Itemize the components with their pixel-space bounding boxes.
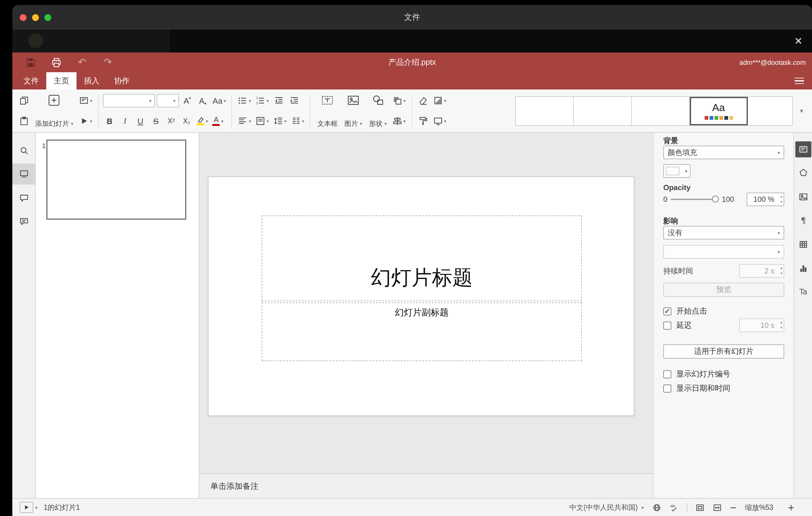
horizontal-align-button[interactable] xyxy=(236,113,252,129)
font-size-select[interactable] xyxy=(156,94,179,107)
chevron-down-icon[interactable] xyxy=(642,505,644,510)
vertical-align-button[interactable] xyxy=(254,113,270,129)
apply-to-all-slides-button[interactable]: 适用于所有幻灯片 xyxy=(663,344,784,359)
spinner-icons[interactable] xyxy=(780,320,782,331)
clear-style-button[interactable] xyxy=(416,93,430,109)
align-shape-button[interactable] xyxy=(391,113,407,129)
numbered-list-button[interactable]: 12 xyxy=(254,93,270,109)
line-spacing-button[interactable] xyxy=(272,113,288,129)
text-art-settings-icon[interactable]: Ta xyxy=(795,284,811,300)
theme-gallery-expand-icon[interactable] xyxy=(795,96,807,125)
copy-button[interactable] xyxy=(17,93,31,109)
italic-button[interactable]: I xyxy=(118,113,132,129)
strikethrough-button[interactable]: S xyxy=(149,113,163,129)
preview-button[interactable]: 预览 xyxy=(663,283,784,297)
zoom-window-button[interactable] xyxy=(45,14,51,21)
slides-panel-icon[interactable] xyxy=(12,164,35,184)
show-slide-number-row[interactable]: 显示幻灯片编号 xyxy=(663,369,730,379)
slide-editing-area[interactable]: 幻灯片标题 幻灯片副标题 xyxy=(208,176,634,416)
insert-textbox-button[interactable]: 文本框 xyxy=(315,92,340,130)
image-settings-icon[interactable] xyxy=(795,189,811,205)
checkbox-checked-icon[interactable] xyxy=(663,307,671,315)
fit-slide-icon[interactable] xyxy=(695,503,704,512)
chevron-down-icon xyxy=(71,121,74,126)
theme-option-selected[interactable]: Aa xyxy=(690,96,748,125)
comments-icon[interactable] xyxy=(13,189,34,207)
minimize-window-button[interactable] xyxy=(32,14,39,21)
start-on-click-row[interactable]: 开始点击 xyxy=(663,306,707,316)
shape-settings-icon[interactable] xyxy=(795,165,811,181)
start-slideshow-button[interactable] xyxy=(78,113,94,129)
close-icon[interactable] xyxy=(790,33,807,49)
highlight-color-button[interactable] xyxy=(195,113,209,129)
font-name-select[interactable] xyxy=(103,94,154,107)
font-color-button[interactable]: A xyxy=(211,113,225,129)
fill-color-swatch[interactable] xyxy=(663,164,691,178)
copy-style-button[interactable] xyxy=(416,113,430,129)
close-window-button[interactable] xyxy=(20,14,27,21)
slide-subtitle-placeholder[interactable]: 幻灯片副标题 xyxy=(262,303,582,361)
zoom-in-button[interactable]: + xyxy=(788,503,795,512)
tab-collaboration[interactable]: 协作 xyxy=(107,72,137,89)
arrange-shape-button[interactable] xyxy=(391,93,407,109)
delay-row[interactable]: 延迟 xyxy=(663,320,692,330)
theme-option[interactable] xyxy=(516,96,574,125)
subscript-button[interactable]: X₂ xyxy=(180,113,194,129)
spinner-icons[interactable] xyxy=(780,194,782,205)
paste-button[interactable] xyxy=(17,113,31,129)
change-case-button[interactable]: Aa xyxy=(211,93,227,109)
zoom-out-button[interactable]: − xyxy=(730,503,737,512)
start-slideshow-status-button[interactable] xyxy=(20,502,33,513)
duration-input[interactable]: 2 s xyxy=(739,264,784,278)
chat-icon[interactable] xyxy=(13,212,34,231)
increase-indent-button[interactable] xyxy=(287,93,301,109)
spinner-icons[interactable] xyxy=(780,265,782,277)
menu-icon[interactable] xyxy=(792,75,806,86)
insert-image-button[interactable]: 图片 xyxy=(342,92,365,130)
checkbox-icon[interactable] xyxy=(663,384,671,392)
paragraph-settings-icon[interactable]: ¶ xyxy=(795,212,811,228)
spellcheck-icon[interactable]: abc xyxy=(669,503,678,512)
columns-button[interactable] xyxy=(290,113,306,129)
slider-knob[interactable] xyxy=(712,196,719,202)
slide-settings-icon[interactable] xyxy=(795,141,811,157)
theme-option[interactable] xyxy=(632,96,690,125)
search-icon[interactable] xyxy=(13,141,34,160)
background-fill-select[interactable]: 颜色填充 xyxy=(663,146,784,159)
table-settings-icon[interactable] xyxy=(795,236,811,253)
fill-color-button[interactable] xyxy=(432,93,448,109)
slide-title-placeholder[interactable]: 幻灯片标题 xyxy=(262,216,582,301)
tab-home[interactable]: 主页 xyxy=(46,72,77,89)
theme-option[interactable] xyxy=(574,96,632,125)
change-layout-button[interactable] xyxy=(78,93,94,109)
notes-area[interactable]: 单击添加备注 xyxy=(199,474,653,498)
decrease-font-size-button[interactable]: A xyxy=(196,93,209,109)
tab-insert[interactable]: 插入 xyxy=(77,72,107,89)
chart-settings-icon[interactable] xyxy=(795,260,811,277)
transition-type-select[interactable] xyxy=(663,245,784,259)
increase-font-size-button[interactable]: A xyxy=(180,93,194,109)
bullet-list-button[interactable] xyxy=(236,93,252,109)
opacity-label: Opacity xyxy=(663,183,691,192)
show-date-time-row[interactable]: 显示日期和时间 xyxy=(663,383,730,393)
globe-icon[interactable] xyxy=(652,503,661,512)
opacity-value-input[interactable]: 100 % xyxy=(747,193,784,206)
slide-size-button[interactable] xyxy=(432,113,448,129)
theme-option[interactable] xyxy=(748,96,793,125)
language-selector[interactable]: 中文(中华人民共和国) xyxy=(569,503,638,512)
bold-button[interactable]: B xyxy=(103,113,116,129)
underline-button[interactable]: U xyxy=(134,113,147,129)
tab-file[interactable]: 文件 xyxy=(16,72,46,89)
decrease-indent-button[interactable] xyxy=(272,93,285,109)
checkbox-icon[interactable] xyxy=(663,370,671,378)
opacity-slider[interactable] xyxy=(670,199,719,200)
add-slide-button[interactable]: 添加幻灯片 xyxy=(33,92,76,130)
fit-width-icon[interactable] xyxy=(712,503,722,512)
transition-effect-select[interactable]: 没有 xyxy=(663,226,784,239)
superscript-button[interactable]: X² xyxy=(165,113,178,129)
chevron-down-icon[interactable] xyxy=(35,505,38,510)
insert-shape-button[interactable]: 形状 xyxy=(367,92,389,130)
delay-input[interactable]: 10 s xyxy=(739,318,784,332)
checkbox-icon[interactable] xyxy=(663,321,671,329)
slide-thumbnail[interactable] xyxy=(46,140,186,220)
